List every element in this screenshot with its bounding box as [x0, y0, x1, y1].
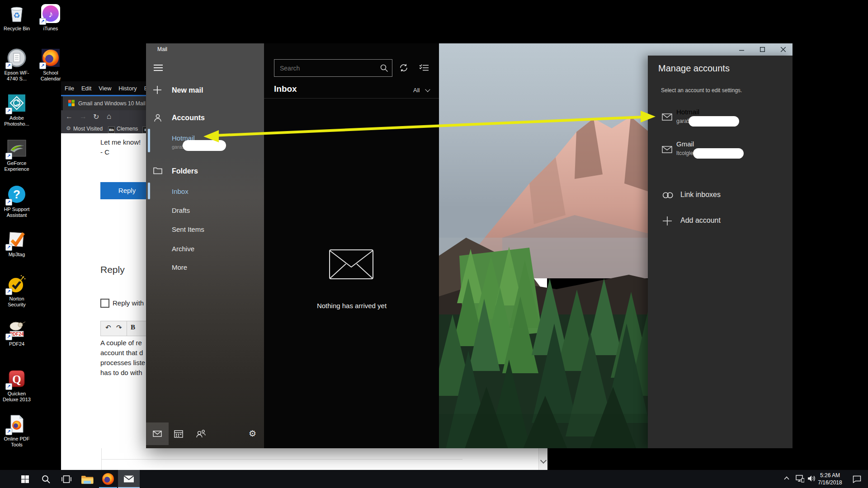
shortcut-arrow-icon: ↗: [5, 244, 12, 251]
redo-icon[interactable]: ↷: [116, 324, 122, 332]
desktop-icon-epson[interactable]: ↗ Epson WF-4740 S...: [0, 48, 33, 82]
account-item-hotmail[interactable]: Hotmail gara5: [648, 105, 793, 131]
firefox-icon: [102, 473, 114, 485]
menu-history[interactable]: History: [115, 81, 140, 92]
new-mail-button[interactable]: New mail: [146, 84, 264, 98]
mail-app-window: Mail New mail Accounts Hotmail gara5: [146, 43, 793, 448]
sidebar-folder-drafts[interactable]: Drafts: [146, 204, 264, 218]
taskbar-firefox-button[interactable]: [97, 470, 119, 488]
tray-time: 5:26 AM: [813, 472, 847, 479]
filter-dropdown[interactable]: All: [413, 87, 420, 94]
desktop-icon-recycle-bin[interactable]: ♻ Recycle Bin: [0, 4, 33, 32]
desktop-icon-hp-support[interactable]: ? ↗ HP Support Assistant: [0, 184, 33, 218]
desktop-icon-mp3tag[interactable]: ↗ Mp3tag: [0, 230, 33, 258]
mail-icon: [662, 113, 672, 121]
scroll-down-chevron-icon[interactable]: [540, 457, 547, 464]
tab-title: Gmail and Windows 10 Mail -: [78, 100, 149, 107]
settings-gear-icon[interactable]: ⚙: [249, 428, 256, 439]
undo-icon[interactable]: ↶: [105, 324, 111, 332]
page-horizontal-rule: [101, 459, 462, 460]
task-view-button[interactable]: [56, 470, 77, 488]
sync-icon[interactable]: [399, 63, 409, 73]
desktop-icon-quicken[interactable]: Q ↗ Quicken Deluxe 2013: [0, 369, 33, 403]
mail-icon: [662, 146, 672, 153]
add-account-button[interactable]: Add account: [648, 212, 793, 230]
home-icon[interactable]: ⌂: [107, 112, 111, 121]
shortcut-arrow-icon: ↗: [39, 18, 46, 25]
sidebar-folder-inbox[interactable]: Inbox: [146, 185, 264, 199]
sidebar-folder-sent[interactable]: Sent Items: [146, 223, 264, 237]
panel-subtitle: Select an account to edit settings.: [661, 87, 742, 94]
forward-icon[interactable]: →: [80, 113, 87, 121]
back-icon[interactable]: ←: [66, 113, 73, 121]
shortcut-arrow-icon: ↗: [5, 62, 12, 69]
hp-support-icon: ? ↗: [7, 184, 27, 204]
tray-chevron-up-icon[interactable]: [784, 476, 789, 480]
redaction-blob: [693, 148, 744, 159]
taskbar-mail-button[interactable]: [118, 470, 140, 488]
account-item-gmail[interactable]: Gmail ltcolgle: [648, 137, 793, 162]
redaction-blob: [183, 140, 226, 151]
desktop-icon-geforce[interactable]: ↗ GeForce Experience: [0, 138, 33, 172]
bookmark-clemens[interactable]: Clemens: [117, 126, 138, 132]
menu-edit[interactable]: Edit: [78, 81, 95, 92]
person-icon: [153, 113, 162, 122]
desktop-icon-school-calendar[interactable]: ↗ School Calendar: [34, 48, 67, 82]
folders-header[interactable]: Folders: [146, 165, 264, 178]
shortcut-arrow-icon: ↗: [5, 108, 12, 114]
accounts-header[interactable]: Accounts: [146, 112, 264, 125]
search-icon[interactable]: [380, 64, 388, 72]
multi-select-icon[interactable]: [419, 64, 429, 71]
svg-text:♪: ♪: [48, 9, 53, 19]
shortcut-arrow-icon: ↗: [5, 333, 12, 340]
hamburger-menu-icon[interactable]: [154, 64, 163, 71]
plus-icon: [663, 216, 672, 225]
svg-text:♻: ♻: [13, 11, 20, 20]
people-icon[interactable]: [195, 429, 206, 438]
bold-button[interactable]: B: [131, 324, 135, 331]
taskbar-search-button[interactable]: [35, 470, 57, 488]
shortcut-arrow-icon: ↗: [5, 428, 12, 435]
sidebar-folder-more[interactable]: More: [146, 261, 264, 275]
search-input[interactable]: [279, 61, 376, 75]
desktop-icon-itunes[interactable]: ♪ ↗ iTunes: [34, 4, 67, 32]
action-center-icon[interactable]: [853, 475, 861, 483]
sidebar-folder-archive[interactable]: Archive: [146, 243, 264, 256]
desktop-icon-norton[interactable]: ↗ Norton Security: [0, 274, 33, 308]
page-scrollbar[interactable]: [538, 448, 547, 470]
reload-icon[interactable]: ↻: [93, 113, 99, 121]
link-icon: [662, 191, 675, 199]
menu-view[interactable]: View: [95, 81, 115, 92]
mail-sidebar: Mail New mail Accounts Hotmail gara5: [146, 43, 264, 448]
desktop-icon-photoshop[interactable]: ↗ Adobe Photosho...: [0, 93, 33, 127]
svg-text:?: ?: [13, 188, 20, 201]
toolbar-divider: [127, 321, 127, 336]
manage-accounts-panel: Manage accounts Select an account to edi…: [648, 56, 793, 448]
taskbar-clock[interactable]: 5:26 AM 7/16/2018: [813, 472, 847, 486]
account-name: Hotmail: [676, 108, 699, 116]
bookmark-most-visited[interactable]: Most Visited: [73, 126, 103, 132]
file-explorer-button[interactable]: [76, 470, 98, 488]
search-icon: [42, 475, 50, 483]
empty-state-message: Nothing has arrived yet: [284, 302, 420, 310]
start-button[interactable]: [14, 470, 36, 488]
mail-icon: [123, 475, 134, 483]
desktop-icon-online-pdf[interactable]: ↗ Online PDF Tools: [0, 414, 33, 448]
link-inboxes-button[interactable]: Link inboxes: [648, 187, 793, 205]
shortcut-arrow-icon: ↗: [39, 62, 46, 69]
calendar-icon[interactable]: [174, 430, 183, 438]
task-view-icon: [61, 475, 71, 483]
shortcut-arrow-icon: ↗: [5, 383, 12, 390]
tray-date: 7/16/2018: [813, 479, 847, 486]
mp3tag-icon: ↗: [7, 230, 27, 249]
reply-with-checkbox[interactable]: [100, 299, 109, 308]
gear-icon: ⚙: [66, 125, 71, 131]
network-icon[interactable]: [796, 475, 804, 483]
taskbar: 5:26 AM 7/16/2018: [0, 470, 868, 488]
windows-desktop: ♻ Recycle Bin ♪ ↗ iTunes ↗ Epson WF-4740…: [0, 0, 868, 488]
mail-nav-active-tile[interactable]: [146, 422, 169, 445]
menu-file[interactable]: File: [61, 81, 78, 92]
panel-title: Manage accounts: [658, 63, 730, 74]
desktop-icon-pdf24[interactable]: PDF24 ↗ PDF24: [0, 319, 33, 347]
checkbox-label: Reply with: [113, 299, 144, 307]
